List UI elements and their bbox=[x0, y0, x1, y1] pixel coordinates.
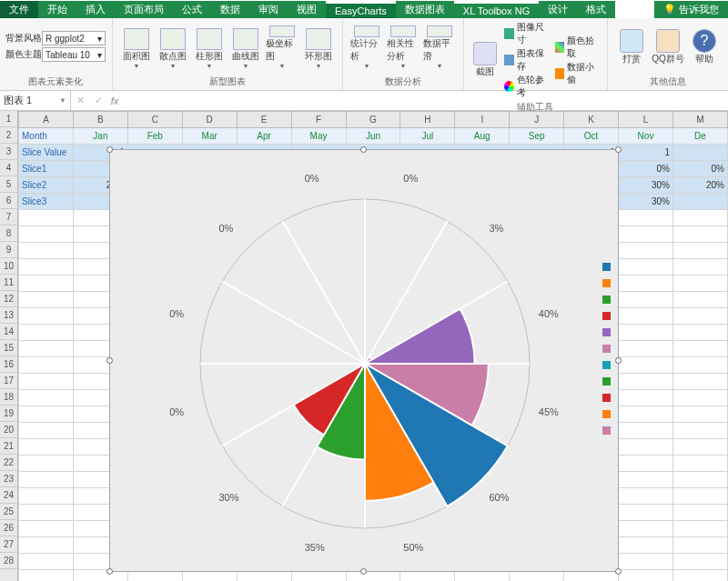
cell[interactable]: 0% bbox=[619, 161, 673, 177]
cell[interactable] bbox=[619, 259, 673, 275]
tab-formula[interactable]: 公式 bbox=[173, 1, 211, 18]
row-header[interactable]: 27 bbox=[0, 536, 17, 553]
cell[interactable] bbox=[19, 275, 74, 292]
chart-object[interactable]: 0%0%0%0%0%3%40%45%60%50%35%30% bbox=[109, 149, 619, 572]
cell[interactable] bbox=[19, 423, 74, 439]
resize-handle[interactable] bbox=[360, 568, 367, 575]
theme-combo[interactable]: Tableau 10▾ bbox=[42, 47, 106, 62]
cell[interactable] bbox=[673, 406, 728, 423]
cell[interactable] bbox=[619, 374, 673, 390]
cell[interactable] bbox=[19, 554, 74, 570]
tab-format[interactable]: 格式 bbox=[577, 1, 615, 18]
donate-button[interactable]: 打赏 bbox=[613, 29, 650, 65]
row-header[interactable]: 14 bbox=[0, 324, 17, 340]
cell[interactable] bbox=[673, 259, 728, 275]
cell[interactable] bbox=[19, 243, 74, 259]
cell[interactable]: Jul bbox=[400, 128, 455, 145]
cell[interactable] bbox=[619, 406, 673, 423]
cell[interactable] bbox=[673, 341, 728, 357]
cell[interactable] bbox=[673, 537, 728, 554]
bgstyle-combo[interactable]: R ggplot2▾ bbox=[42, 31, 106, 45]
chart-area-button[interactable]: 面积图▼ bbox=[120, 25, 153, 69]
row-header[interactable]: 7 bbox=[0, 209, 17, 225]
row-header[interactable]: 24 bbox=[0, 487, 17, 504]
cell[interactable]: Slice Value bbox=[19, 145, 74, 161]
cell[interactable] bbox=[619, 537, 673, 554]
crop-button[interactable]: 截图 bbox=[470, 42, 500, 78]
cell[interactable] bbox=[673, 243, 728, 259]
cell[interactable] bbox=[19, 537, 74, 554]
cell[interactable]: Slice2 bbox=[19, 177, 74, 194]
tab-file[interactable]: 文件 bbox=[0, 1, 38, 18]
cell[interactable] bbox=[19, 325, 74, 341]
cell[interactable] bbox=[619, 456, 673, 472]
cell[interactable] bbox=[673, 275, 728, 292]
cell[interactable] bbox=[619, 226, 673, 243]
cell[interactable] bbox=[673, 357, 728, 374]
cell[interactable] bbox=[619, 210, 673, 226]
tab-xltoolbox[interactable]: XL Toolbox NG bbox=[454, 4, 539, 18]
resize-handle[interactable] bbox=[106, 568, 113, 575]
col-header[interactable]: H bbox=[400, 112, 455, 128]
smooth-button[interactable]: 数据平滑▼ bbox=[423, 25, 456, 69]
cell[interactable] bbox=[673, 374, 728, 390]
tab-home[interactable]: 开始 bbox=[38, 1, 76, 18]
tab-view[interactable]: 视图 bbox=[288, 1, 326, 18]
cell[interactable] bbox=[19, 456, 74, 472]
cell[interactable] bbox=[619, 472, 673, 488]
cell[interactable]: De bbox=[672, 128, 727, 145]
cell[interactable] bbox=[619, 325, 673, 341]
col-header[interactable]: C bbox=[127, 112, 182, 128]
chart-scatter-button[interactable]: 散点图▼ bbox=[157, 25, 189, 69]
cell[interactable] bbox=[619, 439, 673, 456]
cell[interactable] bbox=[673, 226, 728, 243]
row-header[interactable]: 25 bbox=[0, 504, 17, 520]
row-header[interactable]: 22 bbox=[0, 455, 17, 471]
cell[interactable]: Mar bbox=[182, 128, 237, 145]
qqgroup-button[interactable]: QQ群号 bbox=[650, 29, 686, 65]
resize-handle[interactable] bbox=[615, 146, 622, 153]
cell[interactable] bbox=[673, 210, 728, 226]
row-header[interactable]: 1 bbox=[0, 111, 17, 127]
colorpick-button[interactable]: 颜色拾取 bbox=[555, 35, 598, 60]
cell[interactable]: Jan bbox=[73, 128, 127, 145]
cell[interactable] bbox=[19, 259, 74, 275]
name-box[interactable]: 图表 1▼ bbox=[0, 91, 71, 110]
resize-handle[interactable] bbox=[106, 357, 113, 364]
cell[interactable] bbox=[673, 292, 728, 308]
cell[interactable] bbox=[673, 554, 728, 570]
cell[interactable] bbox=[672, 145, 727, 161]
cell[interactable] bbox=[19, 292, 74, 308]
row-header[interactable]: 17 bbox=[0, 373, 17, 389]
row-header[interactable]: 16 bbox=[0, 356, 17, 373]
tab-datacharts[interactable]: 数据图表 bbox=[396, 1, 454, 18]
cell[interactable] bbox=[19, 210, 74, 226]
row-header[interactable]: 4 bbox=[0, 160, 17, 176]
cell[interactable] bbox=[619, 505, 673, 521]
cell[interactable] bbox=[19, 226, 74, 243]
cell[interactable]: 0% bbox=[672, 161, 727, 177]
col-header[interactable]: L bbox=[619, 112, 673, 128]
resize-handle[interactable] bbox=[106, 146, 113, 153]
row-header[interactable]: 12 bbox=[0, 291, 17, 307]
cell[interactable]: Month bbox=[19, 128, 74, 145]
cell[interactable] bbox=[673, 390, 728, 406]
corr-button[interactable]: 相关性分析▼ bbox=[387, 25, 420, 69]
cell[interactable] bbox=[19, 505, 74, 521]
cell[interactable]: May bbox=[291, 128, 346, 145]
row-header[interactable]: 19 bbox=[0, 406, 17, 422]
cell[interactable] bbox=[619, 554, 673, 570]
cell[interactable] bbox=[19, 374, 74, 390]
cell[interactable] bbox=[19, 570, 74, 582]
chart-bar-button[interactable]: 柱形图▼ bbox=[193, 25, 226, 69]
cell[interactable] bbox=[619, 521, 673, 537]
cell[interactable]: Aug bbox=[455, 128, 510, 145]
row-header[interactable]: 15 bbox=[0, 340, 17, 356]
row-header[interactable]: 9 bbox=[0, 242, 17, 258]
cell[interactable] bbox=[19, 472, 74, 488]
cell[interactable] bbox=[19, 488, 74, 505]
cell[interactable]: 20% bbox=[672, 177, 727, 194]
cell[interactable] bbox=[673, 456, 728, 472]
tab-insert[interactable]: 插入 bbox=[76, 1, 115, 18]
stats-button[interactable]: 统计分析▼ bbox=[350, 25, 383, 69]
